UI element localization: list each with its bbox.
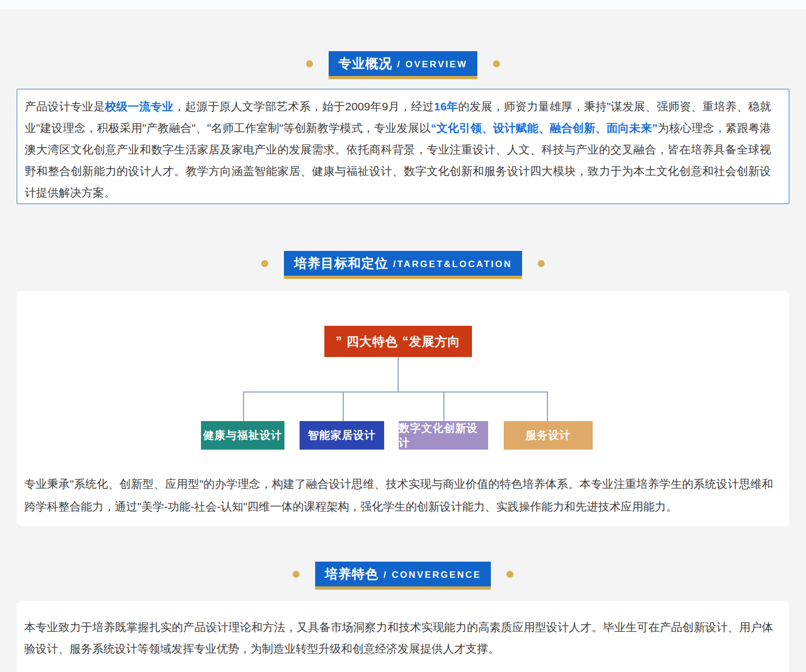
gold-dot-icon: [261, 260, 268, 267]
gold-dot-icon: [538, 260, 545, 267]
gold-dot-icon: [306, 60, 313, 67]
connector-drop: [243, 391, 244, 422]
connector-horizontal: [243, 391, 548, 393]
gold-dot-icon: [493, 60, 500, 67]
org-chart: ” 四大特色 “发展方向 健康与福祉设计 智能家居设计 数字文化创新设计 服务设…: [17, 291, 789, 471]
connector-drop: [547, 391, 548, 422]
badge-title-en: /TARGET&LOCATION: [393, 257, 512, 270]
badge-title-zh: 培养特色: [325, 565, 379, 583]
badge-title-en: / CONVERGENCE: [384, 568, 482, 580]
connector-drop: [443, 391, 444, 422]
target-badge: 培养目标和定位 /TARGET&LOCATION: [284, 251, 522, 276]
target-card: ” 四大特色 “发展方向 健康与福祉设计 智能家居设计 数字文化创新设计 服务设…: [17, 291, 789, 526]
section-badge-feature: 培养特色 / CONVERGENCE: [0, 562, 806, 586]
overview-badge: 专业概况 / OVERVIEW: [329, 51, 477, 76]
overview-text-box: 产品设计专业是校级一流专业，起源于原人文学部艺术系，始于2009年9月，经过16…: [17, 89, 789, 204]
connector-stem: [398, 357, 399, 392]
feature-paragraph: 本专业致力于培养既掌握扎实的产品设计理论和方法，又具备市场洞察力和技术实现能力的…: [17, 601, 789, 660]
badge-title-zh: 培养目标和定位: [294, 255, 388, 272]
gold-dot-icon: [293, 571, 300, 578]
overview-paragraph: 产品设计专业是校级一流专业，起源于原人文学部艺术系，始于2009年9月，经过16…: [25, 96, 771, 204]
org-chart-root-node: ” 四大特色 “发展方向: [324, 326, 472, 357]
node-digital-culture-innovation-design: 数字文化创新设计: [399, 421, 488, 450]
top-strip: [0, 0, 806, 9]
badge-title-zh: 专业概况: [338, 55, 392, 72]
node-smart-home-design: 智能家居设计: [300, 421, 384, 450]
section-badge-target: 培养目标和定位 /TARGET&LOCATION: [0, 251, 806, 276]
node-service-design: 服务设计: [504, 421, 593, 450]
connector-drop: [343, 391, 344, 422]
node-health-welfare-design: 健康与福祉设计: [201, 421, 284, 450]
target-paragraph: 专业秉承"系统化、创新型、应用型"的办学理念，构建了融合设计思维、技术实现与商业…: [17, 471, 789, 518]
section-badge-overview: 专业概况 / OVERVIEW: [0, 51, 806, 76]
badge-title-en: / OVERVIEW: [397, 58, 468, 70]
gold-dot-icon: [506, 571, 513, 578]
feature-badge: 培养特色 / CONVERGENCE: [315, 562, 491, 586]
feature-card: 本专业致力于培养既掌握扎实的产品设计理论和方法，又具备市场洞察力和技术实现能力的…: [17, 601, 789, 672]
